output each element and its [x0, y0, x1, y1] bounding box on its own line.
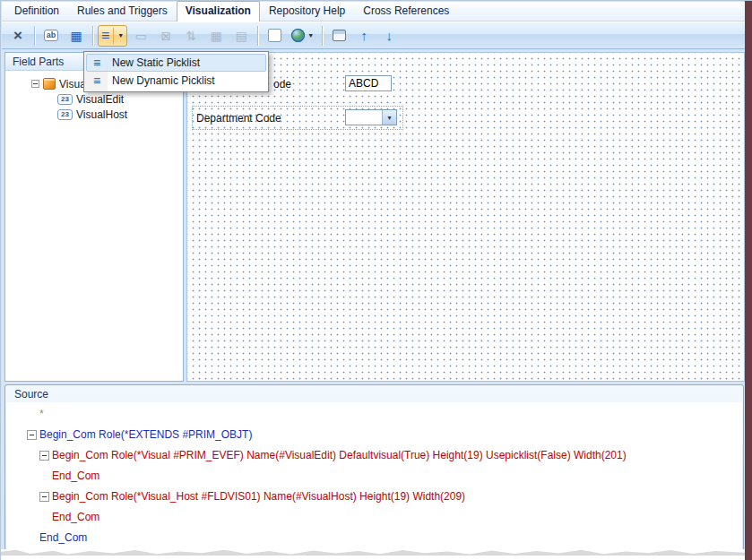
clipboard-icon: ▤ — [236, 30, 247, 42]
move-down-button[interactable]: ↓ — [377, 25, 401, 47]
globe-icon — [291, 29, 305, 42]
visual-edit-button[interactable]: ▭ — [129, 25, 152, 47]
source-line-text: Begin_Com Role(*Visual_Host #FLDVIS01) N… — [52, 490, 465, 503]
tab-definition[interactable]: Definition — [5, 1, 68, 21]
field-parts-panel: Field Parts Visualizat 23VisualEdit23Vis… — [4, 52, 184, 382]
new-visualization-button[interactable] — [263, 25, 286, 47]
collapse-toggle-icon[interactable] — [31, 80, 39, 88]
menu-item-new-static-picklist[interactable]: ≡New Static Picklist — [86, 54, 266, 72]
toolbar-separator — [92, 26, 93, 46]
source-line: End_Com — [6, 528, 742, 548]
application-window: DefinitionRules and TriggersVisualizatio… — [0, 0, 752, 560]
window-icon — [333, 30, 346, 41]
field-grid-button[interactable]: ▦ — [65, 25, 88, 47]
source-line: End_Com — [6, 507, 742, 528]
component-icon — [43, 78, 56, 90]
up-arrow-icon: ↑ — [360, 29, 367, 42]
tree-item-label: VisualHost — [76, 108, 127, 121]
source-line-text: * — [39, 408, 44, 420]
code-textbox[interactable] — [345, 75, 392, 91]
tab-cross-references[interactable]: Cross References — [354, 1, 458, 21]
picklist-icon: ≡ — [89, 56, 105, 70]
source-panel: Source *Begin_Com Role(*EXTENDS #PRIM_OB… — [4, 384, 744, 555]
tab-rules-and-triggers[interactable]: Rules and Triggers — [68, 1, 177, 21]
preview-window-button[interactable] — [327, 25, 350, 47]
source-line: Begin_Com Role(*Visual_Host #FLDVIS01) N… — [6, 487, 742, 507]
department-code-label: Department Code — [196, 112, 281, 125]
field-visualization-icon: 23 — [57, 109, 73, 120]
tree-item-label: VisualEdit — [76, 93, 124, 106]
source-line: Begin_Com Role(*EXTENDS #PRIM_OBJT) — [6, 425, 742, 445]
toolbar-separator — [257, 26, 258, 46]
form-designer-canvas[interactable]: ode Department Code ▼ — [186, 52, 745, 382]
field-visualization-icon: 23 — [57, 94, 73, 105]
picklist-dropdown-menu: ≡New Static Picklist≡New Dynamic Picklis… — [83, 51, 269, 92]
visual-edit-icon: ▭ — [135, 30, 147, 42]
combo-dropdown-icon[interactable]: ▼ — [382, 110, 396, 125]
window-edge-strip — [745, 1, 752, 560]
tab-repository-help[interactable]: Repository Help — [260, 1, 354, 21]
spin-edit-icon: ⇅ — [186, 30, 196, 42]
tree-children: 23VisualEdit23VisualHost — [7, 91, 181, 122]
menu-item-new-dynamic-picklist[interactable]: ≡New Dynamic Picklist — [86, 72, 266, 90]
delete-icon: × — [13, 28, 22, 43]
calendar-button[interactable]: ▦ — [204, 25, 228, 47]
calendar-icon: ▦ — [211, 30, 222, 42]
source-line-text: Begin_Com Role(*EXTENDS #PRIM_OBJT) — [39, 428, 252, 441]
blank-form-icon — [268, 29, 281, 42]
tab-bar: DefinitionRules and TriggersVisualizatio… — [2, 2, 745, 22]
torn-edge — [1, 549, 745, 560]
new-picklist-button[interactable]: ≡▼ — [98, 25, 127, 47]
toolbar-separator — [34, 26, 35, 46]
source-line-text: End_Com — [52, 470, 99, 482]
dropdown-arrow-icon[interactable]: ▼ — [307, 32, 314, 39]
source-line: End_Com — [6, 466, 742, 487]
check-box-icon: ⊠ — [160, 30, 171, 42]
field-parts-title: Field Parts — [13, 56, 64, 68]
source-title: Source — [14, 388, 48, 401]
picklist-icon: ≡ — [101, 29, 109, 43]
field-grid-icon: ▦ — [70, 30, 82, 42]
spin-edit-button[interactable]: ⇅ — [179, 25, 203, 47]
toolbar-separator — [322, 26, 323, 46]
toolbar: ×ab▦≡▼▭⊠⇅▦▤▼↑↓ — [2, 22, 745, 49]
web-visualization-button[interactable]: ▼ — [288, 25, 317, 47]
department-code-combobox[interactable]: ▼ — [345, 109, 397, 125]
down-arrow-icon: ↓ — [385, 29, 393, 42]
field-display-icon: ab — [44, 30, 59, 41]
source-line: * — [6, 404, 742, 425]
menu-item-label: New Dynamic Picklist — [112, 74, 215, 87]
form-label-partial: ode — [273, 78, 291, 90]
tree-item-visualedit[interactable]: 23VisualEdit — [7, 91, 181, 107]
collapse-toggle-icon[interactable] — [39, 451, 49, 461]
tab-visualization[interactable]: Visualization — [177, 1, 260, 22]
dropdown-arrow-icon[interactable]: ▼ — [113, 28, 124, 44]
picklist-icon: ≡ — [89, 73, 105, 88]
clipboard-button[interactable]: ▤ — [229, 25, 253, 47]
move-up-button[interactable]: ↑ — [352, 25, 376, 47]
source-line-text: Begin_Com Role(*Visual #PRIM_EVEF) Name(… — [52, 449, 627, 461]
source-line-text: End_Com — [39, 531, 87, 544]
field-display-button[interactable]: ab — [39, 25, 63, 47]
check-box-button[interactable]: ⊠ — [154, 25, 177, 47]
collapse-toggle-icon[interactable] — [39, 492, 49, 502]
collapse-toggle-icon[interactable] — [27, 430, 37, 440]
menu-item-label: New Static Picklist — [112, 56, 200, 69]
source-line-text: End_Com — [52, 511, 99, 523]
source-header: Source — [5, 385, 743, 402]
tree-item-visualhost[interactable]: 23VisualHost — [7, 107, 181, 122]
delete-button[interactable]: × — [6, 25, 30, 47]
source-line: Begin_Com Role(*Visual #PRIM_EVEF) Name(… — [6, 445, 742, 466]
source-code-editor[interactable]: *Begin_Com Role(*EXTENDS #PRIM_OBJT)Begi… — [6, 402, 742, 553]
